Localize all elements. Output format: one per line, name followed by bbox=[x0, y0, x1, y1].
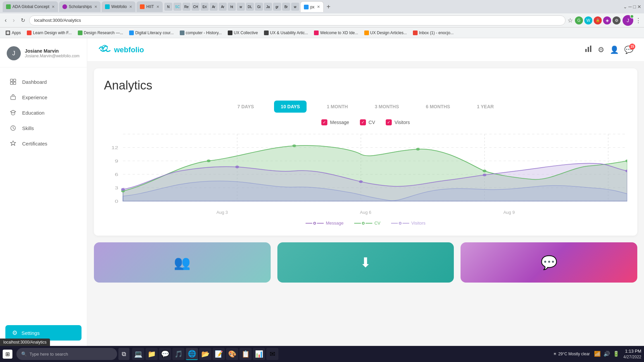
legend-message[interactable]: ✓ Message bbox=[321, 119, 349, 125]
weather-text: 29°C Mostly clear bbox=[558, 352, 590, 356]
nav-item-experience[interactable]: Experience bbox=[0, 89, 87, 105]
weather-info: ☀ 29°C Mostly clear bbox=[553, 352, 590, 356]
volume-icon[interactable]: 🔊 bbox=[603, 351, 610, 357]
start-button[interactable]: ⊞ bbox=[3, 350, 12, 359]
bookmark-welcome-xd[interactable]: Welcome to XD Ide... bbox=[311, 30, 361, 36]
bookmark-favicon bbox=[180, 31, 184, 35]
extension-icons: G W 🔒 ◈ ⚙ bbox=[575, 16, 621, 24]
svg-text:3: 3 bbox=[115, 186, 118, 190]
svg-rect-8 bbox=[588, 47, 589, 52]
nav-bar: ‹ › ↻ localhost:3000/Analytics ☆ G W 🔒 ◈… bbox=[0, 13, 644, 27]
notifications-button[interactable]: 💬 15 bbox=[624, 46, 633, 54]
filter-10days[interactable]: 10 DAYS bbox=[274, 101, 307, 113]
taskbar-whatsapp[interactable]: 💬 bbox=[159, 348, 171, 360]
bookmark-label: Inbox (1) - enocjo... bbox=[419, 31, 453, 35]
taskbar-files[interactable]: 📂 bbox=[199, 348, 211, 360]
filter-1month[interactable]: 1 MONTH bbox=[320, 101, 355, 113]
bookmark-learn-design[interactable]: Learn Design with F... bbox=[24, 30, 74, 36]
bookmark-digital-literacy[interactable]: Digital Literacy cour... bbox=[126, 30, 176, 36]
taskbar-clock[interactable]: 1:13 PM 4/27/2022 bbox=[624, 348, 641, 360]
profile-button[interactable]: J bbox=[623, 15, 633, 26]
filter-6months[interactable]: 6 MONTHS bbox=[419, 101, 457, 113]
tab-close-icon[interactable]: ✕ bbox=[129, 5, 132, 9]
user-header-button[interactable]: 👤 bbox=[610, 46, 619, 54]
tab-close-icon[interactable]: ✕ bbox=[94, 5, 97, 9]
close-button[interactable]: ✕ bbox=[637, 4, 641, 9]
tab-scholarships[interactable]: Scholarships ✕ bbox=[59, 1, 101, 12]
filter-1year[interactable]: 1 YEAR bbox=[470, 101, 500, 113]
legend-visitors[interactable]: ✓ Visitors bbox=[386, 119, 410, 125]
settings-header-button[interactable]: ⚙ bbox=[598, 46, 604, 54]
svg-rect-1 bbox=[13, 79, 16, 81]
card-users[interactable]: 👥 bbox=[94, 242, 271, 283]
taskbar-chrome[interactable]: 🌐 bbox=[186, 348, 198, 360]
tab-ada[interactable]: ADA Global Concept ✕ bbox=[3, 1, 58, 12]
nav-label-experience: Experience bbox=[22, 95, 47, 100]
back-button[interactable]: ‹ bbox=[3, 15, 9, 25]
bookmark-inbox[interactable]: Inbox (1) - enocjo... bbox=[410, 30, 456, 36]
taskbar-figma[interactable]: 🎨 bbox=[226, 348, 238, 360]
network-icon[interactable]: 📶 bbox=[594, 351, 601, 357]
star-button[interactable]: ☆ bbox=[568, 17, 573, 24]
certificates-icon bbox=[9, 140, 17, 147]
logo-text: webfolio bbox=[114, 46, 144, 54]
url-tooltip-text: localhost:3000/Analytics bbox=[3, 340, 47, 345]
taskbar-spotify[interactable]: 🎵 bbox=[172, 348, 184, 360]
nav-item-certificates[interactable]: Certificates bbox=[0, 136, 87, 151]
checkbox-visitors: ✓ bbox=[386, 119, 392, 125]
bookmark-ux-collective[interactable]: UX Collective bbox=[225, 30, 261, 36]
taskbar-ms-teams[interactable]: 📋 bbox=[239, 348, 252, 360]
nav-item-skills[interactable]: Skills bbox=[0, 120, 87, 136]
filter-3months[interactable]: 3 MONTHS bbox=[368, 101, 406, 113]
taskbar-explorer[interactable]: 📁 bbox=[146, 348, 158, 360]
card-download[interactable]: ⬇ bbox=[277, 242, 454, 283]
bookmark-label: UX Collective bbox=[234, 31, 258, 35]
reload-button[interactable]: ↻ bbox=[19, 16, 27, 25]
svg-point-28 bbox=[416, 148, 420, 150]
battery-icon[interactable]: 🔋 bbox=[613, 351, 620, 357]
tab-list-button[interactable]: ⌄ bbox=[623, 4, 627, 9]
tab-close-icon[interactable]: ✕ bbox=[156, 5, 159, 9]
nav-label-education: Education bbox=[22, 110, 45, 116]
chart-legend-message: Message bbox=[306, 221, 343, 226]
chart-legend-label-visitors: Visitors bbox=[411, 221, 425, 226]
bookmark-computer-history[interactable]: computer - History... bbox=[177, 30, 224, 36]
bookmark-apps[interactable]: 🔲 Apps bbox=[3, 30, 23, 36]
card-messages[interactable]: 💬 bbox=[461, 242, 637, 283]
address-bar[interactable]: localhost:3000/Analytics bbox=[29, 15, 566, 25]
tab-favicon bbox=[62, 4, 67, 9]
taskbar-mail[interactable]: ✉ bbox=[266, 348, 278, 360]
taskbar-word[interactable]: 📝 bbox=[213, 348, 225, 360]
bookmark-design-research[interactable]: Design Research —... bbox=[75, 30, 126, 36]
nav-menu: Dashboard Experience Education Skills bbox=[0, 67, 87, 320]
bookmark-ux-design-articles[interactable]: UX Design Articles... bbox=[362, 30, 410, 36]
tab-hiit[interactable]: HIIT ✕ bbox=[137, 1, 163, 12]
bookmark-ux-usability[interactable]: UX & Usability Artic... bbox=[261, 30, 311, 36]
nav-item-education[interactable]: Education bbox=[0, 105, 87, 120]
svg-point-33 bbox=[359, 180, 363, 183]
svg-text:6: 6 bbox=[115, 172, 118, 177]
tab-webfolio[interactable]: Webfolio ✕ bbox=[102, 1, 136, 12]
more-options-button[interactable]: ⋮ bbox=[635, 17, 641, 24]
taskbar-search[interactable]: 🔍 Type here to search bbox=[16, 348, 117, 360]
nav-item-dashboard[interactable]: Dashboard bbox=[0, 74, 87, 89]
minimize-button[interactable]: ─ bbox=[629, 4, 632, 9]
active-tab[interactable]: px ✕ bbox=[300, 1, 324, 12]
new-tab-button[interactable]: + bbox=[325, 3, 333, 11]
svg-rect-4 bbox=[11, 96, 15, 100]
forward-button[interactable]: › bbox=[11, 15, 17, 25]
nav-label-certificates: Certificates bbox=[22, 141, 47, 146]
analytics-button[interactable] bbox=[584, 45, 592, 55]
tab-close-icon[interactable]: ✕ bbox=[52, 5, 55, 9]
download-icon: ⬇ bbox=[360, 255, 371, 270]
taskbar-excel[interactable]: 📊 bbox=[253, 348, 265, 360]
task-view-button[interactable]: ⧉ bbox=[118, 348, 129, 360]
nav-label-dashboard: Dashboard bbox=[22, 79, 47, 85]
taskbar-vscode[interactable]: 💻 bbox=[132, 348, 144, 360]
tab-close-icon[interactable]: ✕ bbox=[317, 5, 320, 9]
settings-label: Settings bbox=[21, 330, 40, 336]
filter-7days[interactable]: 7 DAYS bbox=[231, 101, 261, 113]
maximize-button[interactable]: □ bbox=[633, 4, 636, 9]
legend-cv[interactable]: ✓ CV bbox=[360, 119, 375, 125]
taskbar-date: 4/27/2022 bbox=[624, 354, 641, 360]
